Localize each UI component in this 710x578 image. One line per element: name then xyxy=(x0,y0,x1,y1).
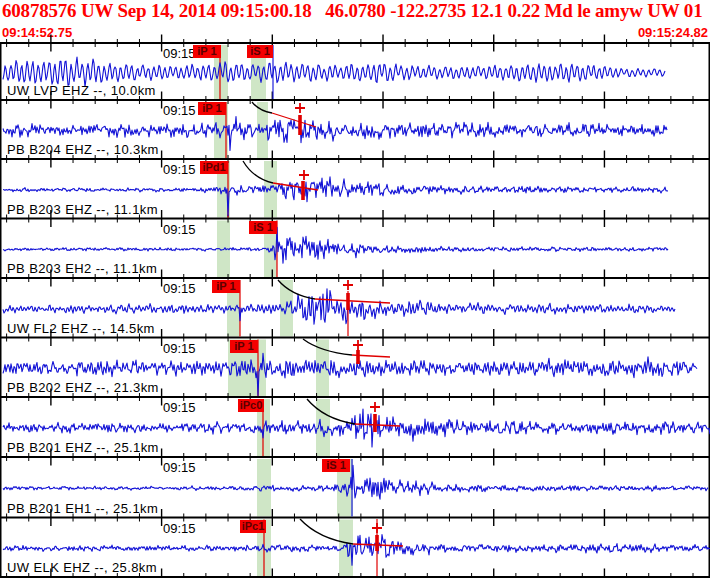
trace-station-label: UW ELK EHZ --, 25.8km xyxy=(7,560,157,575)
phase-pick-flag[interactable]: iPd1 xyxy=(200,161,228,174)
trace-minute-label: 09:15 xyxy=(163,400,196,415)
trace-panel-pb-b202[interactable]: 09:15iP 1PB B202 EHZ --, 21.3km xyxy=(0,338,710,398)
trace-minute-label: 09:15 xyxy=(163,460,196,475)
trace-minute-label: 09:15 xyxy=(163,103,196,118)
trace-panel-uw-fl2[interactable]: 09:15iP 1UW FL2 EHZ --, 14.5km xyxy=(0,278,710,338)
phase-pick-flag[interactable]: iPc1 xyxy=(240,520,266,533)
phase-pick-flag[interactable]: iPc0 xyxy=(238,399,264,412)
trace-station-label: PB B203 EH2 --, 11.1km xyxy=(7,261,157,276)
phase-pick-flag[interactable]: iS 1 xyxy=(247,45,273,58)
trace-station-label: PB B201 EHZ --, 25.1km xyxy=(7,440,159,455)
trace-minute-label: 09:15 xyxy=(163,162,196,177)
trace-panel-uw-elk[interactable]: 09:15iPc1UW ELK EHZ --, 25.8km xyxy=(0,518,710,578)
phase-pick-flag[interactable]: iP 1 xyxy=(198,102,226,115)
trace-station-label: PB B203 EHZ --, 11.1km xyxy=(7,202,158,217)
trace-station-label: PB B202 EHZ --, 21.3km xyxy=(7,380,159,395)
trace-station-label: UW LVP EHZ --, 10.0km xyxy=(7,83,156,98)
phase-pick-flag[interactable]: iP 1 xyxy=(230,340,258,353)
seismogram-window: 60878576 UW Sep 14, 2014 09:15:00.18 46.… xyxy=(0,0,710,578)
trace-minute-label: 09:15 xyxy=(163,521,196,536)
trace-panel-pb-b201[interactable]: 09:15iPc0PB B201 EHZ --, 25.1km xyxy=(0,397,710,457)
trace-minute-label: 09:15 xyxy=(163,281,196,296)
trace-panel-pb-b201[interactable]: 09:15iS 1PB B201 EH1 --, 25.1km xyxy=(0,457,710,518)
trace-station-label: UW FL2 EHZ --, 14.5km xyxy=(7,321,155,336)
trace-minute-label: 09:15 xyxy=(163,341,196,356)
trace-minute-label: 09:15 xyxy=(163,46,196,61)
trace-panel-uw-lvp[interactable]: 09:15iP 1iS 1UW LVP EHZ --, 10.0km xyxy=(0,43,710,100)
trace-panel-pb-b204[interactable]: 09:15iP 1PB B204 EHZ --, 10.3km xyxy=(0,100,710,159)
trace-panel-pb-b203[interactable]: 09:15iS 1PB B203 EH2 --, 11.1km xyxy=(0,219,710,279)
trace-station-label: PB B201 EH1 --, 25.1km xyxy=(7,501,158,516)
phase-pick-flag[interactable]: iS 1 xyxy=(322,459,350,472)
trace-station-label: PB B204 EHZ --, 10.3km xyxy=(7,142,159,157)
trace-panel-pb-b203[interactable]: 09:15iPd1PB B203 EHZ --, 11.1km xyxy=(0,159,710,219)
phase-pick-flag[interactable]: iP 1 xyxy=(193,45,221,58)
trace-minute-label: 09:15 xyxy=(163,222,196,237)
phase-pick-flag[interactable]: iS 1 xyxy=(249,221,277,234)
phase-pick-flag[interactable]: iP 1 xyxy=(212,280,240,293)
